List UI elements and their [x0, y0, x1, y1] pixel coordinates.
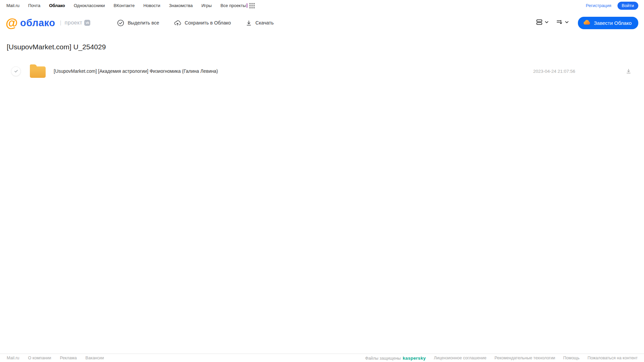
nav-odnoklassniki[interactable]: Одноклассники	[74, 3, 105, 8]
footer-left-links: Mail.ru О компании Реклама Вакансии	[7, 356, 104, 360]
list-view-icon	[536, 18, 543, 27]
cloud-mailru-page: Mail.ru Почта Облако Одноклассники ВКонт…	[0, 0, 644, 362]
download-label: Скачать	[255, 20, 274, 25]
footer-about[interactable]: О компании	[28, 356, 51, 360]
get-cloud-button[interactable]: Завести Облако	[578, 17, 638, 29]
nav-oblako[interactable]: Облако	[49, 3, 65, 8]
vk-badge-icon: vk	[84, 20, 90, 26]
table-row[interactable]: [UsupovMarket.com] [Академия астрологии]…	[7, 63, 644, 79]
portal-links: Mail.ru Почта Облако Одноклассники ВКонт…	[6, 3, 246, 8]
auth-area: Регистрация Войти	[586, 2, 638, 10]
select-all-label: Выделить все	[128, 20, 159, 25]
footer-jobs[interactable]: Вакансии	[86, 356, 104, 360]
nav-novosti[interactable]: Новости	[143, 3, 160, 8]
file-toolbar: Выделить все Сохранить в Облако Скачать	[117, 19, 274, 27]
download-icon	[246, 20, 252, 26]
orange-cloud-icon	[583, 18, 591, 28]
kaspersky-protected-label: Файлы защищены	[365, 356, 401, 361]
folder-icon	[30, 66, 46, 78]
mailru-at-icon: @	[6, 17, 18, 29]
save-to-cloud-button[interactable]: Сохранить в Облако	[174, 19, 231, 27]
footer-right-links: Файлы защищены kaspersky Лицензионное со…	[365, 356, 638, 361]
chevron-down-icon	[564, 20, 569, 26]
download-button[interactable]: Скачать	[246, 20, 274, 26]
footer-ads[interactable]: Реклама	[60, 356, 77, 360]
nav-mailru[interactable]: Mail.ru	[6, 3, 19, 8]
select-all-button[interactable]: Выделить все	[117, 19, 159, 27]
text-caret	[247, 3, 247, 8]
footer-license[interactable]: Лицензионное соглашение	[434, 356, 487, 360]
footer: Mail.ru О компании Реклама Вакансии Файл…	[0, 354, 644, 362]
nav-pochta[interactable]: Почта	[28, 3, 40, 8]
folder-name-link[interactable]: [UsupovMarket.com] [Академия астрологии]…	[54, 68, 533, 74]
file-date: 2023-04-24 21:07:56	[533, 69, 575, 74]
cloud-header: @ облако | проект vk Выделить все Сохран…	[0, 11, 644, 35]
cloud-logo[interactable]: @ облако	[6, 17, 55, 29]
kaspersky-logo: kaspersky	[403, 356, 426, 361]
chevron-down-icon	[544, 20, 549, 26]
footer-report-content[interactable]: Пожаловаться на контент	[588, 356, 638, 360]
sort-dropdown[interactable]	[554, 17, 571, 29]
nav-znakomstva[interactable]: Знакомства	[169, 3, 193, 8]
nav-igry[interactable]: Игры	[201, 3, 212, 8]
main-content: [UsupovMarket.com] U_254029 [UsupovMarke…	[0, 43, 644, 79]
nav-vkontakte[interactable]: ВКонтакте	[114, 3, 135, 8]
save-to-cloud-label: Сохранить в Облако	[185, 20, 231, 25]
apps-grid-icon[interactable]	[249, 3, 255, 8]
check-circle-icon	[117, 19, 124, 27]
footer-mailru[interactable]: Mail.ru	[7, 356, 19, 360]
vk-project-label: | проект vk	[60, 20, 90, 26]
sort-icon	[556, 18, 563, 27]
kaspersky-protected-link[interactable]: Файлы защищены kaspersky	[365, 356, 426, 361]
project-word: проект	[65, 20, 83, 26]
divider: |	[60, 20, 61, 26]
nav-vse-proekty[interactable]: Все проекты	[220, 3, 246, 8]
row-download-icon[interactable]	[626, 68, 632, 74]
cloud-upload-icon	[174, 19, 181, 27]
get-cloud-label: Завести Облако	[594, 20, 632, 26]
login-button[interactable]: Войти	[617, 2, 638, 10]
header-right-controls: Завести Облако	[534, 17, 638, 29]
portal-navbar: Mail.ru Почта Облако Одноклассники ВКонт…	[0, 0, 644, 11]
page-title: [UsupovMarket.com] U_254029	[7, 43, 644, 51]
footer-recommendation-tech[interactable]: Рекомендательные технологии	[494, 356, 555, 360]
row-checkbox[interactable]	[11, 66, 21, 76]
view-mode-dropdown[interactable]	[534, 17, 550, 29]
registration-link[interactable]: Регистрация	[586, 3, 611, 8]
cloud-logo-text: облако	[20, 17, 55, 29]
footer-help[interactable]: Помощь	[563, 356, 579, 360]
